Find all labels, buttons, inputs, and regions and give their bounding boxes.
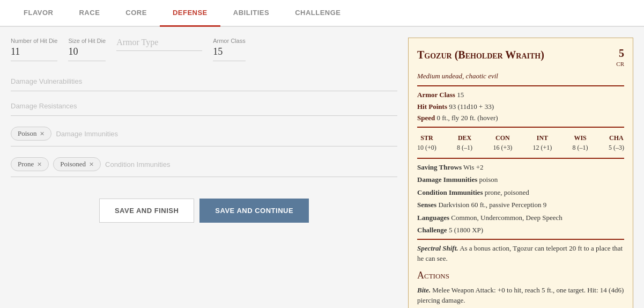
condition-immunities-section: Prone ✕ Poisoned ✕ Condition Immunities — [11, 157, 397, 177]
damage-immunities-label: Damage Immunities — [56, 130, 118, 138]
ability-str: STR 10 (+0) — [417, 133, 436, 152]
immunities-divider — [11, 146, 397, 146]
stat-block-card: Tgozur (Beholder Wraith) 5 CR Medium und… — [408, 38, 633, 308]
hit-die-row: Number of Hit Die 11 Size of Hit Die 10 … — [11, 38, 397, 61]
damage-vulnerabilities-label: Damage Vulnerabilities — [11, 77, 397, 85]
ability-dex: DEX 8 (–1) — [457, 133, 472, 152]
hit-die-label: Number of Hit Die — [11, 38, 57, 44]
condition-immunities-label: Condition Immunities — [105, 160, 170, 168]
armor-class-attr: Armor Class 15 — [417, 90, 624, 100]
ability-wis: WIS 8 (–1) — [573, 133, 588, 152]
nav-defense[interactable]: DEFENSE — [160, 0, 220, 27]
stat-block-title: Tgozur (Beholder Wraith) — [417, 47, 544, 63]
poisoned-tag-label: Poisoned — [60, 160, 86, 168]
int-value: 12 (+1) — [533, 143, 552, 152]
prone-tag[interactable]: Prone ✕ — [11, 157, 49, 171]
nav-challenge[interactable]: CHALLENGE — [282, 0, 353, 27]
hit-die-size-value[interactable]: 10 — [68, 46, 106, 61]
poison-immunity-tag[interactable]: Poison ✕ — [11, 127, 51, 141]
armor-class-label: Armor Class — [213, 38, 246, 44]
hit-die-size-field: Size of Hit Die 10 — [68, 38, 106, 61]
stat-divider-1 — [417, 85, 624, 86]
senses-section: Senses Darkvision 60 ft., passive Percep… — [417, 200, 624, 210]
left-panel: Number of Hit Die 11 Size of Hit Die 10 … — [11, 38, 397, 308]
speed-attr: Speed 0 ft., fly 20 ft. (hover) — [417, 113, 624, 123]
condition-immunities-section-stat: Condition Immunities prone, poisoned — [417, 187, 624, 198]
dex-value: 8 (–1) — [457, 143, 472, 152]
ability-scores: STR 10 (+0) DEX 8 (–1) CON 16 (+3) INT 1… — [417, 133, 624, 152]
poisoned-tag[interactable]: Poisoned ✕ — [53, 157, 101, 171]
str-label: STR — [420, 133, 433, 143]
damage-immunities-row: Poison ✕ Damage Immunities — [11, 127, 397, 141]
stat-divider-3 — [417, 158, 624, 159]
resistances-divider — [11, 115, 397, 116]
stat-divider-2 — [417, 127, 624, 128]
hit-die-size-label: Size of Hit Die — [68, 38, 106, 44]
wis-value: 8 (–1) — [573, 143, 588, 152]
action-text: Melee Weapon Attack: +0 to hit, reach 5 … — [417, 286, 624, 305]
damage-vulnerabilities-section: Damage Vulnerabilities — [11, 77, 397, 91]
hit-points-attr: Hit Points 93 (11d10 + 33) — [417, 101, 624, 112]
top-navigation: FLAVOR RACE CORE DEFENSE ABILITIES CHALL… — [0, 0, 644, 27]
cr-container: 5 CR — [616, 47, 624, 69]
spectral-shift-section: Spectral Shift. As a bonus action, Tgozu… — [417, 243, 624, 264]
armor-class-value[interactable]: 15 — [213, 46, 246, 61]
special-ability-title: Spectral Shift. — [417, 244, 458, 252]
int-label: INT — [537, 133, 548, 143]
hit-die-value[interactable]: 11 — [11, 46, 57, 61]
nav-flavor[interactable]: FLAVOR — [11, 0, 66, 27]
vulnerabilities-divider — [11, 91, 397, 91]
armor-type-input[interactable]: Armor Type — [116, 38, 202, 51]
cha-label: CHA — [609, 133, 624, 143]
ability-int: INT 12 (+1) — [533, 133, 552, 152]
armor-type-field: Armor Type — [116, 38, 202, 51]
cha-value: 5 (–3) — [609, 143, 624, 152]
con-label: CON — [495, 133, 510, 143]
languages-section: Languages Common, Undercommon, Deep Spee… — [417, 212, 624, 223]
poison-tag-remove[interactable]: ✕ — [40, 130, 45, 137]
stat-divider-4 — [417, 239, 624, 240]
nav-race[interactable]: RACE — [66, 0, 113, 27]
main-layout: Number of Hit Die 11 Size of Hit Die 10 … — [0, 27, 644, 308]
con-value: 16 (+3) — [493, 143, 512, 152]
wis-label: WIS — [574, 133, 586, 143]
actions-title: Actions — [417, 268, 624, 283]
save-continue-button[interactable]: SAVE AND CONTINUE — [199, 199, 309, 223]
damage-resistances-section: Damage Resistances — [11, 102, 397, 116]
damage-immunities-section-stat: Damage Immunities poison — [417, 174, 624, 185]
challenge-section: Challenge 5 (1800 XP) — [417, 225, 624, 236]
stat-block-header: Tgozur (Beholder Wraith) 5 CR — [417, 47, 624, 69]
poisoned-tag-remove[interactable]: ✕ — [89, 161, 94, 168]
save-finish-button[interactable]: SAVE AND FINISH — [99, 199, 194, 223]
prone-tag-remove[interactable]: ✕ — [37, 161, 42, 168]
saving-throws-section: Saving Throws Wis +2 — [417, 162, 624, 173]
condition-immunities-row: Prone ✕ Poisoned ✕ Condition Immunities — [11, 157, 397, 171]
ability-cha: CHA 5 (–3) — [609, 133, 624, 152]
nav-core[interactable]: CORE — [113, 0, 160, 27]
stat-block-subtitle: Medium undead, chaotic evil — [417, 71, 624, 82]
dex-label: DEX — [458, 133, 471, 143]
hit-die-field: Number of Hit Die 11 — [11, 38, 57, 61]
bottom-buttons: SAVE AND FINISH SAVE AND CONTINUE — [11, 199, 397, 233]
action-name: Bite. — [417, 286, 431, 294]
cr-label: CR — [616, 60, 624, 69]
prone-tag-label: Prone — [18, 160, 34, 168]
nav-abilities[interactable]: ABILITIES — [220, 0, 282, 27]
damage-resistances-label: Damage Resistances — [11, 102, 397, 110]
str-value: 10 (+0) — [417, 143, 436, 152]
armor-class-field: Armor Class 15 — [213, 38, 246, 61]
condition-immunities-divider — [11, 177, 397, 177]
ability-con: CON 16 (+3) — [493, 133, 512, 152]
cr-value: 5 — [616, 47, 624, 60]
poison-tag-label: Poison — [18, 129, 36, 138]
damage-immunities-section: Poison ✕ Damage Immunities — [11, 127, 397, 146]
bite-action: Bite. Melee Weapon Attack: +0 to hit, re… — [417, 285, 624, 306]
